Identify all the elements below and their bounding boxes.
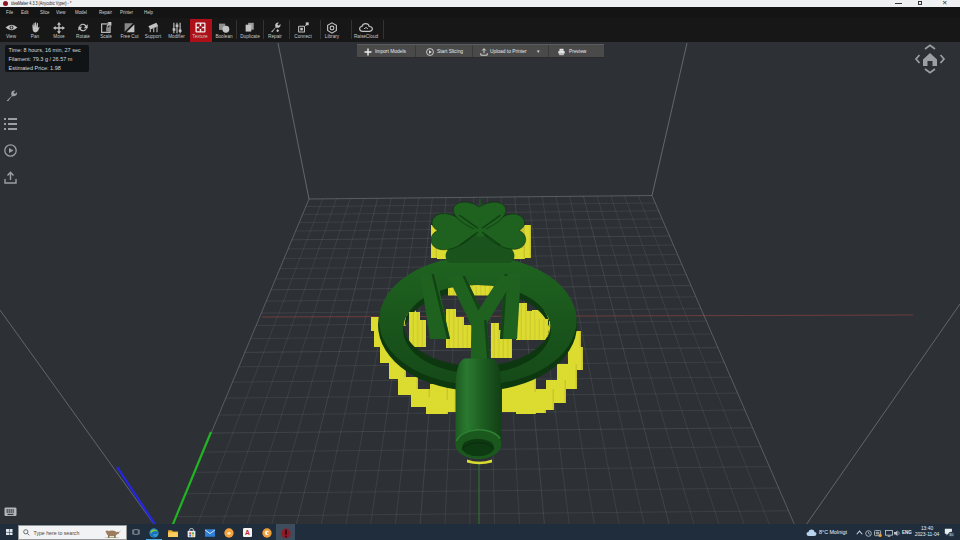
- svg-text:A: A: [245, 529, 250, 536]
- svg-text:30: 30: [949, 533, 953, 537]
